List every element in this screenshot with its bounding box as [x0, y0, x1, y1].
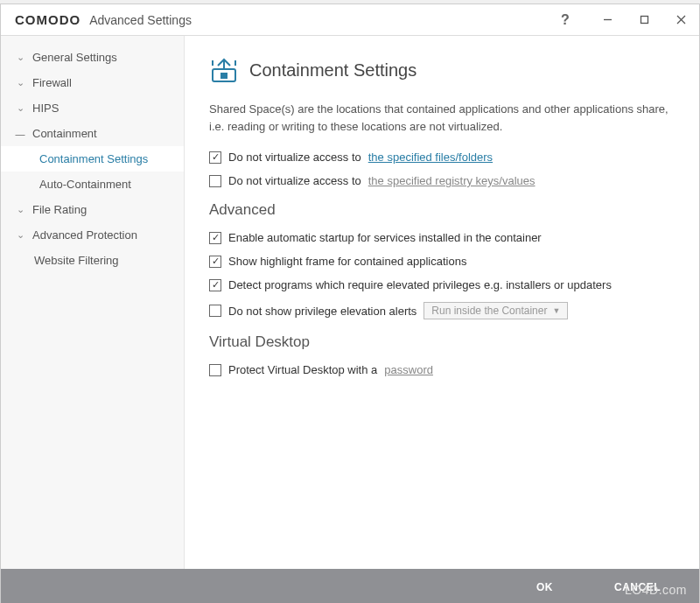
chevron-down-icon: ⌄: [13, 52, 27, 63]
sidebar-item-label: File Rating: [32, 203, 87, 216]
svg-rect-5: [220, 73, 228, 79]
sidebar-item-label: Website Filtering: [34, 254, 119, 267]
window-title: Advanced Settings: [89, 13, 192, 27]
row-highlight-frame: Show highlight frame for contained appli…: [209, 255, 675, 268]
sidebar-item-firewall[interactable]: ⌄ Firewall: [1, 70, 184, 95]
minimize-icon: [603, 15, 612, 25]
checkbox-enable-startup[interactable]: [209, 232, 221, 244]
maximize-icon: [640, 15, 649, 25]
sidebar: ⌄ General Settings ⌄ Firewall ⌄ HIPS Con…: [1, 36, 185, 569]
sidebar-item-label: Containment: [32, 127, 97, 140]
checkbox-no-virtualize-files[interactable]: [209, 151, 221, 164]
checkbox-label: Detect programs which require elevated p…: [228, 278, 612, 291]
checkbox-label: Do not show privilege elevation alerts: [228, 305, 416, 318]
body: ⌄ General Settings ⌄ Firewall ⌄ HIPS Con…: [1, 36, 699, 569]
page-title: Containment Settings: [249, 60, 416, 81]
sidebar-item-website-filtering[interactable]: Website Filtering: [1, 248, 184, 273]
sidebar-subitem-containment-settings[interactable]: Containment Settings: [1, 146, 184, 172]
page-description: Shared Space(s) are the locations that c…: [209, 101, 675, 135]
dropdown-privilege-action[interactable]: Run inside the Container ▼: [424, 302, 568, 319]
sidebar-item-containment[interactable]: Containment: [1, 121, 184, 146]
link-specified-registry-keys[interactable]: the specified registry keys/values: [368, 174, 536, 187]
sidebar-item-label: Containment Settings: [39, 152, 148, 165]
close-icon: [676, 15, 686, 25]
section-heading-advanced: Advanced: [209, 201, 675, 219]
sidebar-item-hips[interactable]: ⌄ HIPS: [1, 95, 184, 121]
link-specified-files-folders[interactable]: the specified files/folders: [368, 151, 493, 164]
app-logo: COMODO: [15, 12, 80, 27]
checkbox-detect-elevated[interactable]: [209, 279, 221, 291]
chevron-down-icon: ⌄: [13, 204, 27, 215]
sidebar-item-label: Auto-Containment: [39, 178, 131, 191]
help-button[interactable]: ?: [547, 4, 584, 36]
sidebar-item-file-rating[interactable]: ⌄ File Rating: [1, 197, 184, 222]
ok-button[interactable]: OK: [519, 576, 570, 599]
button-bar: OK CANCEL: [1, 569, 699, 603]
row-detect-elevated: Detect programs which require elevated p…: [209, 278, 675, 291]
checkbox-no-virtualize-registry[interactable]: [209, 175, 221, 187]
sidebar-item-label: Firewall: [32, 76, 72, 89]
sidebar-subitem-auto-containment[interactable]: Auto-Containment: [1, 172, 184, 197]
maximize-button[interactable]: [626, 4, 662, 36]
cancel-button[interactable]: CANCEL: [597, 576, 678, 599]
close-button[interactable]: [662, 4, 699, 36]
svg-rect-1: [640, 17, 648, 24]
row-enable-startup: Enable automatic startup for services in…: [209, 231, 675, 244]
link-password[interactable]: password: [384, 363, 433, 376]
chevron-down-icon: ⌄: [13, 229, 27, 241]
checkbox-protect-vd[interactable]: [209, 364, 221, 376]
containment-icon: [209, 55, 239, 85]
titlebar: COMODO Advanced Settings ?: [1, 4, 699, 36]
minimize-button[interactable]: [589, 4, 626, 36]
chevron-down-icon: ⌄: [13, 77, 27, 88]
row-protect-vd: Protect Virtual Desktop with a password: [209, 363, 675, 376]
sidebar-item-label: Advanced Protection: [32, 228, 137, 242]
checkbox-label: Do not virtualize access to: [228, 151, 361, 164]
dropdown-value: Run inside the Container: [431, 305, 547, 317]
chevron-down-icon: ⌄: [13, 102, 27, 114]
sidebar-item-general-settings[interactable]: ⌄ General Settings: [1, 45, 184, 70]
row-no-virtualize-files: Do not virtualize access to the specifie…: [209, 151, 675, 164]
page-heading: Containment Settings: [209, 55, 675, 85]
checkbox-label: Protect Virtual Desktop with a: [228, 363, 377, 376]
sidebar-item-advanced-protection[interactable]: ⌄ Advanced Protection: [1, 222, 184, 248]
section-heading-virtual-desktop: Virtual Desktop: [209, 333, 675, 351]
content: Containment Settings Shared Space(s) are…: [185, 36, 699, 569]
row-no-virtualize-registry: Do not virtualize access to the specifie…: [209, 174, 675, 187]
collapse-icon: [13, 129, 27, 139]
checkbox-highlight-frame[interactable]: [209, 256, 221, 268]
checkbox-label: Enable automatic startup for services in…: [228, 231, 542, 244]
checkbox-privilege-alerts[interactable]: [209, 305, 221, 317]
row-privilege-alerts: Do not show privilege elevation alerts R…: [209, 302, 675, 319]
chevron-down-icon: ▼: [552, 306, 560, 315]
checkbox-label: Do not virtualize access to: [228, 174, 361, 187]
sidebar-item-label: General Settings: [32, 51, 117, 64]
sidebar-item-label: HIPS: [32, 102, 59, 115]
checkbox-label: Show highlight frame for contained appli…: [228, 255, 466, 268]
window: COMODO Advanced Settings ? ⌄ General Set…: [0, 4, 700, 603]
